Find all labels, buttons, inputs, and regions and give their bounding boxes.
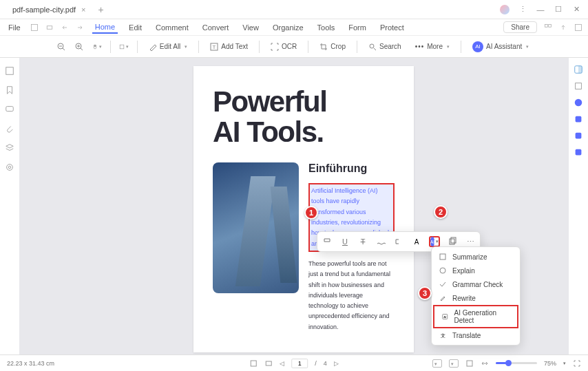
page-number-input[interactable] [291, 359, 308, 368]
cloud-sync-icon[interactable] [500, 5, 510, 14]
tab-close-button[interactable]: × [81, 6, 85, 14]
close-window-button[interactable]: ✕ [571, 5, 581, 14]
shape-tool-icon[interactable] [119, 42, 129, 52]
zoom-in-icon[interactable] [74, 42, 84, 52]
ai-menu-summarize[interactable]: Summarize [432, 250, 520, 264]
undo-icon[interactable] [61, 23, 69, 32]
ai-dropdown-menu: Summarize Explain Grammar Check Rewrite … [431, 246, 521, 346]
svg-rect-37 [266, 361, 271, 365]
translate-icon: 文 [439, 331, 447, 339]
caret-icon[interactable] [393, 236, 404, 247]
crop-label: Crop [330, 43, 346, 50]
copy-icon[interactable] [447, 236, 458, 247]
svg-rect-29 [450, 239, 454, 244]
note-icon[interactable]: A [411, 236, 422, 247]
zoom-slider[interactable] [496, 362, 537, 364]
properties-icon[interactable] [574, 81, 583, 91]
ocr-button[interactable]: OCR [268, 41, 300, 52]
thumbnails-icon[interactable] [5, 66, 14, 76]
more-button[interactable]: ••• More [412, 41, 452, 52]
comments-icon[interactable] [5, 105, 14, 114]
search-button[interactable]: Search [366, 41, 404, 52]
print-icon[interactable] [45, 23, 54, 32]
tab-form[interactable]: Form [346, 22, 369, 33]
crop-button[interactable]: Crop [317, 41, 348, 52]
body-paragraph: These powerful tools are not just a tren… [308, 259, 395, 332]
edit-all-button[interactable]: Edit All [146, 41, 191, 52]
callout-three: 3 [418, 286, 432, 300]
expand-icon[interactable] [574, 23, 582, 32]
upload-icon[interactable] [559, 23, 567, 32]
menu-dots-icon[interactable]: ⋮ [518, 5, 527, 14]
svg-point-20 [8, 166, 11, 169]
underline-icon[interactable]: U [339, 236, 350, 247]
ai-menu-rewrite[interactable]: Rewrite [432, 291, 520, 305]
ai-menu-translate[interactable]: 文 Translate [432, 328, 520, 342]
grammar-icon [439, 280, 447, 288]
share-button[interactable]: Share [503, 21, 537, 33]
panel-toggle-icon[interactable] [574, 65, 583, 74]
svg-rect-23 [576, 83, 582, 89]
svg-rect-25 [576, 116, 582, 123]
ai-menu-detect[interactable]: AI AI Generation Detect [433, 305, 518, 328]
prev-page-button[interactable]: ◁ [280, 360, 284, 367]
tab-protect[interactable]: Protect [377, 22, 407, 33]
window-controls: ⋮ — ☐ ✕ [500, 5, 588, 14]
strikethrough-icon[interactable]: T [357, 236, 368, 247]
next-page-button[interactable]: ▷ [334, 360, 339, 367]
tab-tools[interactable]: Tools [315, 22, 338, 33]
reflow-icon[interactable] [249, 359, 258, 368]
heading-line1: Powerful [213, 85, 326, 118]
ai-tools-icon[interactable] [574, 147, 583, 157]
ai-summary-icon[interactable] [574, 114, 583, 124]
new-tab-button[interactable]: + [98, 4, 104, 15]
ai-assistant-button[interactable]: AI AI Assistant [470, 40, 532, 54]
grid-icon[interactable] [544, 23, 552, 32]
save-icon[interactable] [30, 23, 39, 32]
tab-convert[interactable]: Convert [200, 22, 232, 33]
svg-point-24 [575, 99, 582, 107]
more-options-icon[interactable]: ⋯ [465, 236, 476, 247]
zoom-dropdown[interactable]: ▾ [563, 361, 566, 366]
svg-point-15 [370, 44, 374, 48]
fields-icon[interactable] [5, 162, 14, 172]
ai-translate-icon[interactable] [574, 131, 583, 140]
redo-icon[interactable] [76, 23, 84, 32]
add-text-button[interactable]: T Add Text [207, 41, 251, 52]
attachments-icon[interactable] [5, 124, 14, 134]
callout-two: 2 [434, 205, 448, 219]
tab-home[interactable]: Home [92, 21, 118, 34]
tab-edit[interactable]: Edit [126, 22, 145, 33]
ai-dropdown-button[interactable]: AI▾ [429, 236, 440, 247]
maximize-button[interactable]: ☐ [554, 5, 563, 14]
svg-rect-3 [549, 24, 552, 27]
layers-icon[interactable] [5, 143, 14, 153]
bookmarks-icon[interactable] [5, 85, 14, 95]
ai-menu-grammar[interactable]: Grammar Check [432, 277, 520, 291]
fit-page-icon[interactable] [465, 359, 474, 368]
left-sidebar [0, 58, 19, 361]
svg-line-16 [374, 48, 376, 50]
squiggly-icon[interactable] [375, 236, 386, 247]
menubar: File Home Edit Comment Convert View Orga… [0, 19, 588, 36]
view-mode-2[interactable] [449, 359, 459, 368]
zoom-out-icon[interactable] [56, 42, 66, 52]
tab-comment[interactable]: Comment [153, 22, 191, 33]
tab-view[interactable]: View [240, 22, 262, 33]
highlight-icon[interactable] [322, 236, 333, 247]
document-tab[interactable]: pdf-sample-city.pdf × [6, 1, 93, 18]
fit-width-icon[interactable] [481, 359, 489, 368]
page-total: 4 [324, 360, 327, 367]
ai-menu-explain[interactable]: Explain [432, 264, 520, 277]
tab-organize[interactable]: Organize [270, 22, 306, 33]
view-mode-1[interactable] [432, 359, 442, 368]
svg-rect-17 [6, 67, 14, 75]
fullscreen-icon[interactable] [573, 359, 581, 368]
minimize-button[interactable]: — [536, 5, 545, 14]
svg-rect-36 [251, 361, 256, 366]
svg-rect-2 [545, 24, 548, 27]
hand-tool-icon[interactable] [92, 42, 102, 52]
read-mode-icon[interactable] [264, 359, 273, 368]
ai-chat-icon[interactable] [574, 98, 583, 107]
file-menu[interactable]: File [6, 22, 23, 33]
